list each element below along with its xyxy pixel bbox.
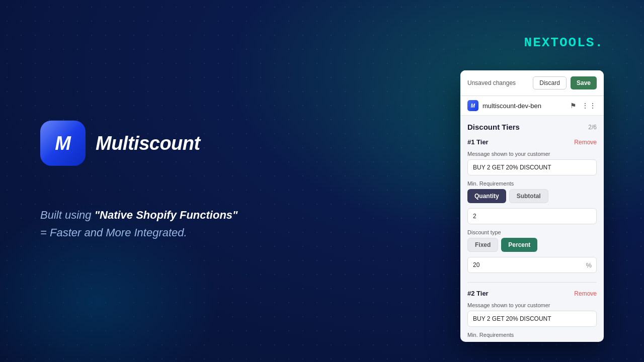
app-bar-right: ⚑ ⋮⋮ — [570, 102, 597, 110]
discount-value-wrapper-1: % — [467, 257, 597, 273]
discount-type-label-1: Discount type — [467, 229, 597, 235]
tier-divider — [467, 282, 597, 283]
quantity-input-1[interactable] — [467, 208, 597, 224]
app-bar-icon: M — [467, 100, 478, 111]
tier-1-remove-link[interactable]: Remove — [574, 139, 597, 146]
tier-2-title: #2 Tier — [467, 290, 489, 297]
fixed-button-1[interactable]: Fixed — [467, 238, 498, 252]
section-title: Discount Tiers — [467, 123, 520, 131]
flag-icon[interactable]: ⚑ — [570, 102, 577, 110]
app-bar: M multiscount-dev-ben ⚑ ⋮⋮ — [460, 96, 604, 116]
tier-2-block: #2 Tier Remove Message shown to your cus… — [467, 290, 597, 338]
app-panel: Unsaved changes Discard Save M multiscou… — [460, 70, 604, 342]
app-branding: M Multiscount — [40, 121, 238, 166]
discount-type-toggle-1: Fixed Percent — [467, 238, 597, 252]
tier-1-header: #1 Tier Remove — [467, 138, 597, 146]
tier-2-remove-link[interactable]: Remove — [574, 290, 597, 297]
discard-button[interactable]: Discard — [533, 76, 567, 89]
message-label-2: Message shown to your customer — [467, 302, 597, 308]
app-icon-letter: M — [55, 132, 71, 154]
min-req-label-2: Min. Requirements — [467, 332, 597, 338]
tagline-prefix: Built using — [40, 209, 95, 221]
tier-2-header: #2 Tier Remove — [467, 290, 597, 297]
tier-1-block: #1 Tier Remove Message shown to your cus… — [467, 138, 597, 273]
nextools-logo: NEXTOOLS. — [524, 35, 604, 50]
panel-header: Unsaved changes Discard Save — [460, 70, 604, 96]
save-button[interactable]: Save — [571, 76, 597, 89]
section-header: Discount Tiers 2/6 — [467, 123, 597, 131]
app-icon: M — [40, 121, 86, 166]
message-input-2[interactable] — [467, 311, 597, 327]
unsaved-label: Unsaved changes — [467, 79, 516, 86]
discount-value-input-1[interactable] — [467, 257, 597, 273]
header-buttons: Discard Save — [533, 76, 597, 89]
app-name: Multiscount — [96, 132, 200, 154]
tagline-suffix: = Faster and More Integrated. — [40, 226, 187, 239]
percent-button-1[interactable]: Percent — [501, 238, 537, 252]
subtotal-button-1[interactable]: Subtotal — [509, 189, 548, 203]
panel-body[interactable]: Discount Tiers 2/6 #1 Tier Remove Messag… — [460, 116, 604, 342]
quantity-button-1[interactable]: Quantity — [467, 189, 506, 203]
message-input-1[interactable] — [467, 159, 597, 175]
message-label-1: Message shown to your customer — [467, 151, 597, 157]
tier-1-title: #1 Tier — [467, 138, 489, 146]
min-req-toggle-1: Quantity Subtotal — [467, 189, 597, 203]
tier-count: 2/6 — [588, 124, 597, 131]
hero-section: M Multiscount Built using "Native Shopif… — [40, 121, 238, 241]
min-req-label-1: Min. Requirements — [467, 180, 597, 187]
app-bar-name: multiscount-dev-ben — [482, 102, 541, 110]
menu-dots-icon[interactable]: ⋮⋮ — [582, 102, 597, 110]
app-bar-left: M multiscount-dev-ben — [467, 100, 541, 111]
tagline-bold: "Native Shopify Functions" — [95, 209, 238, 221]
tagline: Built using "Native Shopify Functions" =… — [40, 206, 238, 241]
